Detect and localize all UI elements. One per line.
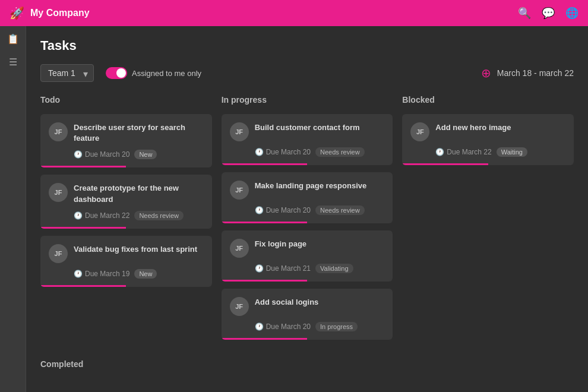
card-title: Describe user story for search feature — [74, 122, 204, 144]
due-date-text: Due March 20 — [85, 150, 129, 159]
clock-icon: 🕐 — [255, 323, 264, 331]
toolbar: Team 1 Assigned to me only ⊕ March 18 - … — [40, 64, 574, 82]
status-badge: Waiting — [497, 147, 527, 157]
column-in-progress: In progress JF Build customer contact fo… — [222, 95, 393, 347]
search-icon[interactable]: 🔍 — [518, 7, 531, 20]
avatar: JF — [230, 239, 249, 258]
date-range: March 18 - march 22 — [497, 68, 574, 78]
card-meta: 🕐 Due March 20 Needs review — [255, 206, 385, 215]
task-card[interactable]: JF Build customer contact form 🕐 Due Mar… — [222, 114, 393, 165]
card-title: Validate bug fixes from last sprint — [74, 244, 197, 255]
assigned-toggle[interactable] — [106, 67, 127, 79]
status-badge: Needs review — [315, 147, 365, 157]
due-date: 🕐 Due March 22 — [74, 211, 129, 220]
card-top: JF Create prototype for the new dashboar… — [49, 183, 204, 204]
clock-icon: 🕐 — [255, 148, 264, 156]
column-header-blocked: Blocked — [402, 95, 574, 107]
due-date-text: Due March 20 — [266, 206, 311, 214]
menu-sidebar-icon[interactable]: ☰ — [9, 56, 17, 68]
toggle-knob — [116, 68, 126, 78]
task-card[interactable]: JF Add social logins 🕐 Due March 20 In p… — [222, 289, 393, 340]
card-top: JF Describe user story for search featur… — [49, 122, 204, 144]
avatar: JF — [230, 181, 249, 200]
card-meta: 🕐 Due March 22 Waiting — [435, 147, 565, 157]
due-date-text: Due March 21 — [266, 264, 311, 273]
due-date: 🕐 Due March 20 — [255, 148, 311, 156]
page-header: Tasks — [40, 38, 574, 53]
column-todo: Todo JF Describe user story for search f… — [40, 95, 212, 347]
avatar: JF — [230, 122, 249, 141]
card-title: Fix login page — [255, 239, 306, 249]
completed-section: Completed — [40, 359, 574, 369]
page-title: Tasks — [40, 38, 77, 53]
card-top: JF Make landing page responsive — [230, 181, 385, 200]
navbar: 🚀 My Company 🔍 💬 🌐 — [0, 0, 588, 26]
task-card[interactable]: JF Add new hero image 🕐 Due March 22 Wai… — [402, 114, 574, 165]
task-card[interactable]: JF Describe user story for search featur… — [40, 114, 212, 167]
status-badge: New — [134, 150, 157, 159]
column-header-in-progress: In progress — [222, 95, 393, 107]
task-card[interactable]: JF Create prototype for the new dashboar… — [40, 175, 212, 228]
status-badge: In progress — [315, 322, 358, 331]
card-title: Add social logins — [255, 297, 319, 308]
clock-icon: 🕐 — [74, 150, 83, 159]
status-badge: Validating — [315, 264, 353, 273]
card-meta: 🕐 Due March 20 Needs review — [255, 147, 385, 157]
avatar: JF — [49, 122, 68, 141]
team-select[interactable]: Team 1 — [40, 64, 94, 82]
globe-icon[interactable]: 🌐 — [565, 7, 578, 20]
due-date-text: Due March 19 — [85, 270, 129, 278]
column-blocked: Blocked JF Add new hero image 🕐 Due Marc… — [402, 95, 574, 347]
tasks-sidebar-icon[interactable]: 📋 — [7, 33, 19, 45]
card-title: Add new hero image — [435, 122, 511, 133]
card-title: Create prototype for the new dashboard — [74, 183, 204, 204]
due-date-text: Due March 20 — [266, 323, 311, 331]
avatar: JF — [49, 183, 68, 202]
due-date-text: Due March 22 — [447, 148, 491, 156]
task-card[interactable]: JF Fix login page 🕐 Due March 21 Validat… — [222, 230, 393, 282]
status-badge: Needs review — [134, 211, 184, 220]
sidebar: 📋 ☰ — [0, 26, 26, 392]
clock-icon: 🕐 — [255, 264, 264, 273]
due-date: 🕐 Due March 20 — [74, 150, 129, 159]
add-button[interactable]: ⊕ — [481, 66, 491, 80]
avatar: JF — [49, 244, 68, 263]
completed-label: Completed — [40, 359, 83, 369]
column-header-todo: Todo — [40, 95, 212, 107]
clock-icon: 🕐 — [74, 270, 83, 278]
due-date: 🕐 Due March 22 — [435, 148, 491, 156]
due-date-text: Due March 22 — [85, 211, 129, 220]
card-meta: 🕐 Due March 19 New — [74, 269, 204, 279]
toggle-label: Assigned to me only — [132, 69, 201, 78]
due-date-text: Due March 20 — [266, 148, 311, 156]
card-meta: 🕐 Due March 21 Validating — [255, 264, 385, 273]
team-select-wrap: Team 1 — [40, 64, 94, 82]
avatar: JF — [410, 122, 429, 141]
card-top: JF Add social logins — [230, 297, 385, 316]
card-top: JF Add new hero image — [410, 122, 565, 141]
due-date: 🕐 Due March 21 — [255, 264, 311, 273]
brand-name: My Company — [30, 8, 90, 18]
card-title: Build customer contact form — [255, 122, 360, 133]
due-date: 🕐 Due March 20 — [255, 206, 311, 214]
status-badge: New — [134, 269, 157, 279]
chat-icon[interactable]: 💬 — [542, 7, 555, 20]
main-content: Tasks Team 1 Assigned to me only ⊕ March… — [26, 26, 588, 392]
clock-icon: 🕐 — [435, 148, 444, 156]
card-meta: 🕐 Due March 20 In progress — [255, 322, 385, 331]
navbar-right: 🔍 💬 🌐 — [518, 7, 578, 20]
status-badge: Needs review — [315, 206, 365, 215]
task-card[interactable]: JF Validate bug fixes from last sprint 🕐… — [40, 236, 212, 287]
clock-icon: 🕐 — [255, 206, 264, 214]
card-top: JF Build customer contact form — [230, 122, 385, 141]
card-meta: 🕐 Due March 22 Needs review — [74, 211, 204, 220]
navbar-left: 🚀 My Company — [10, 6, 90, 20]
due-date: 🕐 Due March 19 — [74, 270, 129, 278]
due-date: 🕐 Due March 20 — [255, 323, 311, 331]
card-title: Make landing page responsive — [255, 181, 367, 191]
card-meta: 🕐 Due March 20 New — [74, 150, 204, 159]
task-card[interactable]: JF Make landing page responsive 🕐 Due Ma… — [222, 172, 393, 223]
card-top: JF Validate bug fixes from last sprint — [49, 244, 204, 263]
card-top: JF Fix login page — [230, 239, 385, 258]
avatar: JF — [230, 297, 249, 316]
